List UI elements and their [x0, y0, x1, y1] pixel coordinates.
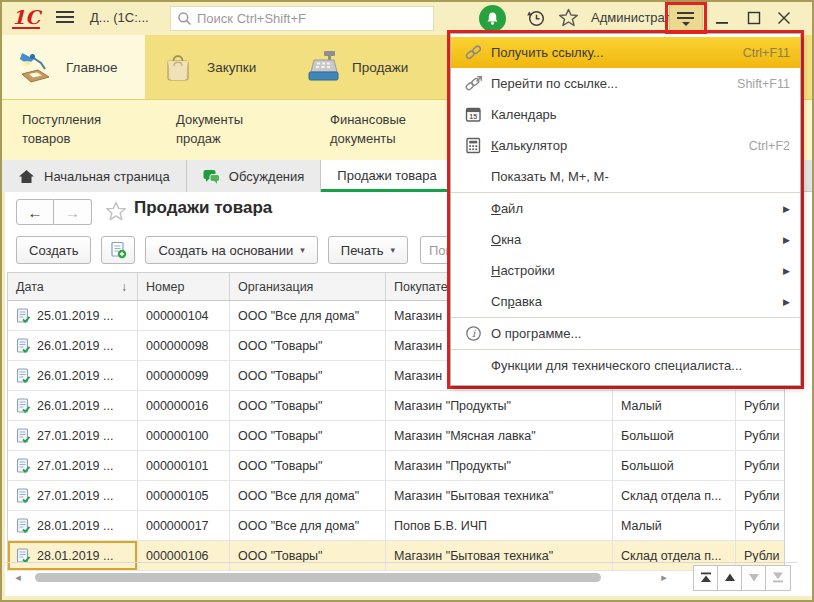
cell-text: Магазин "Продукты" — [394, 459, 511, 473]
cell-text: 000000016 — [146, 399, 209, 413]
minimize-button[interactable] — [710, 5, 734, 31]
document-posted-icon — [16, 518, 31, 534]
cell-text: Рубли — [744, 429, 780, 443]
scroll-down-button[interactable] — [742, 566, 766, 590]
column-header-1[interactable]: Дата↓ — [8, 273, 138, 300]
menu-item[interactable]: КалькуляторCtrl+F2 — [451, 130, 800, 161]
menu-item[interactable]: 15Календарь — [451, 99, 800, 130]
cell-text: Склад отдела п... — [621, 549, 721, 563]
menu-item-label: Окна — [491, 232, 521, 247]
cell-warehouse: Малый — [613, 391, 736, 420]
scroll-to-bottom-button[interactable] — [766, 566, 790, 590]
table-row[interactable]: 27.01.2019 ...000000101ООО "Товары"Магаз… — [8, 451, 784, 481]
menu-item-label: О программе... — [491, 326, 581, 341]
create-based-on-button[interactable]: Создать на основании▾ — [145, 236, 317, 264]
close-button[interactable] — [772, 5, 796, 31]
table-row[interactable]: 27.01.2019 ...000000105ООО "Все для дома… — [8, 481, 784, 511]
menu-item[interactable]: Функции для технического специалиста... — [451, 350, 800, 381]
cell-buyer: Магазин "Продукты" — [386, 391, 613, 420]
cell-date: 27.01.2019 ... — [8, 421, 138, 450]
nav-link-2[interactable]: Документы продаж — [176, 110, 288, 160]
main-menu-icon[interactable] — [56, 10, 74, 24]
menu-item[interactable]: Получить ссылку...Ctrl+F11 — [451, 37, 800, 68]
cell-org: ООО "Товары" — [230, 421, 386, 450]
search-placeholder: Поиск Ctrl+Shift+F — [197, 11, 306, 26]
menu-item-label: Справка — [491, 294, 542, 309]
history-icon[interactable] — [526, 8, 546, 28]
menu-item-label: Перейти по ссылке... — [491, 76, 618, 91]
info-icon: i — [465, 325, 491, 342]
scroll-up-button[interactable] — [718, 566, 742, 590]
back-button[interactable]: ← — [16, 199, 54, 225]
cell-org: ООО "Все для дома" — [230, 481, 386, 510]
cell-text: 28.01.2019 ... — [37, 519, 113, 533]
print-button[interactable]: Печать▾ — [328, 236, 408, 264]
bell-icon — [485, 11, 500, 26]
cell-text: Магазин — [394, 339, 442, 353]
cell-number: 000000016 — [138, 391, 230, 420]
cell-number: 000000017 — [138, 511, 230, 540]
window-title: Д... (1С:... — [90, 10, 149, 25]
nav-link-1[interactable]: Поступления товаров — [22, 110, 134, 160]
table-row[interactable]: 27.01.2019 ...000000100ООО "Товары"Магаз… — [8, 421, 784, 451]
cell-currency: Рубли — [736, 451, 786, 480]
scrollbar-thumb[interactable] — [35, 573, 601, 582]
ribbon-section-3[interactable]: Продажи — [288, 35, 431, 99]
menu-item[interactable]: Перейти по ссылке...Shift+F11 — [451, 68, 800, 99]
menu-item[interactable]: Окна▶ — [451, 224, 800, 255]
menu-item[interactable]: Файл▶ — [451, 193, 800, 224]
nav-link-3[interactable]: Финансовые документы — [330, 110, 442, 160]
cell-text: 000000100 — [146, 429, 209, 443]
cell-org: ООО "Товары" — [230, 361, 386, 390]
create-button[interactable]: Создать — [16, 236, 91, 264]
cell-text: Рубли — [744, 459, 780, 473]
tab-2[interactable]: Обсуждения — [187, 160, 322, 192]
cell-org: ООО "Товары" — [230, 391, 386, 420]
global-search-input[interactable]: Поиск Ctrl+Shift+F — [170, 6, 434, 31]
cell-text: Магазин "Бытовая техника" — [394, 489, 553, 503]
menu-item[interactable]: Настройки▶ — [451, 255, 800, 286]
column-header-3[interactable]: Организация — [230, 273, 386, 300]
cell-warehouse: Большой — [613, 421, 736, 450]
document-posted-icon — [16, 308, 31, 324]
scroll-right-icon[interactable]: ▸ — [657, 571, 671, 584]
cell-warehouse: Склад отдела п... — [613, 481, 736, 510]
cell-text: ООО "Товары" — [238, 459, 323, 473]
scrollbar-track[interactable] — [25, 572, 657, 584]
scroll-left-icon[interactable]: ◂ — [11, 571, 25, 584]
cell-number: 000000099 — [138, 361, 230, 390]
calendar-icon: 15 — [465, 106, 491, 123]
cell-text: ООО "Все для дома" — [238, 489, 359, 503]
table-row[interactable]: 28.01.2019 ...000000017ООО "Все для дома… — [8, 511, 784, 541]
cell-text: 27.01.2019 ... — [37, 489, 113, 503]
favorites-star-icon[interactable] — [558, 8, 579, 28]
service-menu-button[interactable] — [669, 4, 703, 32]
menu-item-label: Настройки — [491, 263, 555, 278]
table-row[interactable]: 26.01.2019 ...000000016ООО "Товары"Магаз… — [8, 391, 784, 421]
menu-item[interactable]: Справка▶ — [451, 286, 800, 317]
cell-text: ООО "Все для дома" — [238, 309, 359, 323]
submenu-arrow-icon: ▶ — [783, 297, 790, 307]
tab-1[interactable]: Начальная страница — [2, 160, 187, 192]
cell-text: ООО "Все для дома" — [238, 519, 359, 533]
column-header-2[interactable]: Номер — [138, 273, 230, 300]
cell-text: 000000099 — [146, 369, 209, 383]
add-to-favorites-star-icon[interactable] — [105, 201, 127, 222]
menu-item[interactable]: iО программе... — [451, 318, 800, 349]
column-header-label: Дата — [16, 280, 44, 294]
notifications-button[interactable] — [479, 5, 506, 32]
maximize-button[interactable] — [742, 5, 766, 31]
menu-shortcut: Ctrl+F11 — [743, 46, 790, 60]
cell-org: ООО "Товары" — [230, 451, 386, 480]
forward-button[interactable]: → — [54, 199, 92, 225]
cell-currency: Рубли — [736, 511, 786, 540]
cell-buyer: Магазин "Мясная лавка" — [386, 421, 613, 450]
create-by-copy-button[interactable] — [101, 236, 135, 264]
menu-item[interactable]: Показать М, М+, М- — [451, 161, 800, 192]
ribbon-section-1[interactable]: Главное — [2, 35, 145, 99]
cell-text: Магазин — [394, 309, 442, 323]
ribbon-section-2[interactable]: Закупки — [145, 35, 288, 99]
menu-item-label: Файл — [491, 201, 523, 216]
scroll-to-top-button[interactable] — [694, 566, 718, 590]
ribbon-section-label: Главное — [66, 60, 118, 75]
